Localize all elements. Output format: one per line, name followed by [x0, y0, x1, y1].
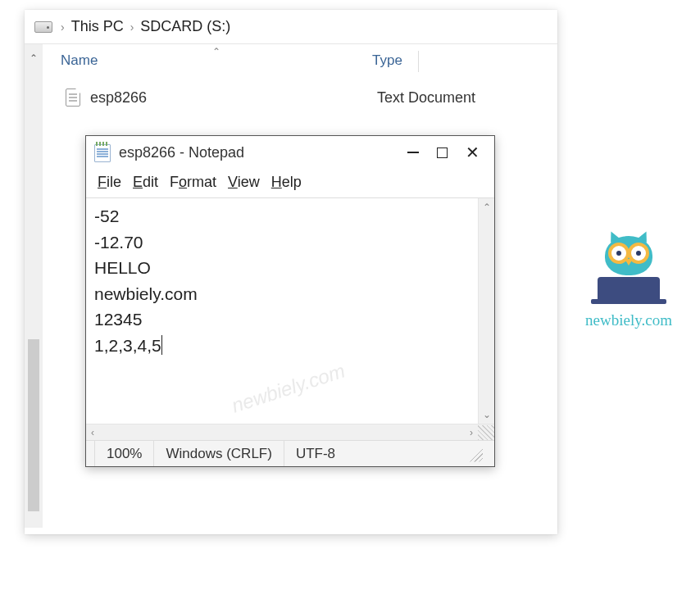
scroll-right-icon[interactable]: › [465, 427, 478, 438]
maximize-button[interactable] [437, 147, 448, 158]
column-divider[interactable] [418, 51, 419, 72]
notepad-window: esp8266 - Notepad ✕ File Edit Format Vie… [85, 135, 495, 467]
notepad-statusbar: 100% Windows (CRLF) UTF-8 [86, 440, 494, 466]
scroll-left-icon[interactable]: ‹ [86, 427, 99, 438]
explorer-vertical-scrollbar[interactable]: ⌃ [25, 44, 43, 528]
window-controls: ✕ [407, 147, 486, 158]
text-cursor [161, 335, 163, 355]
notepad-vertical-scrollbar[interactable]: ⌃ ⌄ [478, 198, 494, 424]
laptop-icon [598, 277, 660, 302]
logo-text: newbiely.com [575, 311, 682, 329]
menu-edit[interactable]: Edit [133, 174, 158, 191]
owl-icon [597, 229, 661, 275]
notepad-textarea[interactable]: -52 -12.70 HELLO newbiely.com 12345 1,2,… [86, 198, 478, 424]
menu-format[interactable]: Format [170, 174, 216, 191]
scroll-down-icon[interactable]: ⌄ [483, 406, 491, 424]
scroll-up-icon[interactable]: ⌃ [483, 198, 491, 216]
breadcrumb[interactable]: › This PC › SDCARD (S:) [25, 10, 557, 44]
scroll-track[interactable] [26, 69, 41, 528]
menu-view[interactable]: View [228, 174, 260, 191]
notepad-titlebar[interactable]: esp8266 - Notepad ✕ [86, 136, 494, 169]
column-header-type[interactable]: Type [372, 52, 557, 69]
scroll-thumb[interactable] [28, 339, 39, 511]
text-file-icon [66, 88, 80, 107]
status-lineending: Windows (CRLF) [154, 441, 284, 466]
file-name: esp8266 [90, 89, 147, 107]
file-list-header: Name ⌃ Type [43, 44, 557, 77]
resize-grip-icon [478, 425, 494, 440]
column-label: Name [61, 52, 98, 68]
file-type: Text Document [377, 89, 557, 107]
drive-icon [34, 21, 52, 33]
sort-ascending-icon: ⌃ [212, 46, 220, 57]
column-label: Type [372, 52, 402, 68]
resize-grip-icon[interactable] [466, 446, 483, 462]
breadcrumb-item[interactable]: SDCARD (S:) [140, 18, 230, 35]
breadcrumb-separator: › [61, 20, 65, 34]
close-button[interactable]: ✕ [466, 147, 480, 158]
breadcrumb-separator: › [130, 20, 134, 34]
menu-help[interactable]: Help [271, 174, 302, 191]
notepad-horizontal-scrollbar[interactable]: ‹ › [86, 424, 494, 440]
notepad-title: esp8266 - Notepad [119, 144, 407, 161]
scroll-up-icon[interactable]: ⌃ [30, 52, 38, 64]
menu-file[interactable]: File [98, 174, 121, 191]
notepad-icon [94, 143, 111, 162]
status-encoding: UTF-8 [284, 441, 494, 466]
status-zoom: 100% [94, 441, 154, 466]
notepad-menubar: File Edit Format View Help [86, 169, 494, 197]
brand-logo: newbiely.com [575, 229, 682, 329]
minimize-button[interactable] [407, 152, 419, 153]
file-row[interactable]: esp8266 Text Document [43, 77, 557, 118]
notepad-body: -52 -12.70 HELLO newbiely.com 12345 1,2,… [86, 197, 494, 424]
column-header-name[interactable]: Name ⌃ [61, 52, 372, 69]
breadcrumb-item[interactable]: This PC [71, 18, 124, 35]
file-name-cell: esp8266 [66, 88, 377, 107]
